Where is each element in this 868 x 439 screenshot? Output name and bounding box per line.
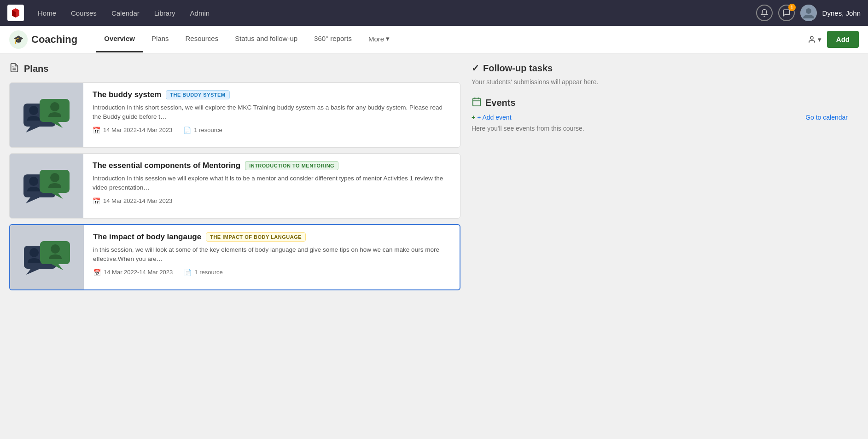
plan-title-row-buddy: The buddy system THE BUDDY SYSTEM [93,90,451,99]
top-nav-links: Home Courses Calendar Library Admin [31,6,216,21]
plan-title-body-language: The impact of body langauge [93,232,201,242]
user-filter-button[interactable]: ▾ [808,35,821,44]
followup-title: Follow-up tasks [483,63,553,74]
svg-rect-27 [473,98,481,106]
plans-icon [9,63,19,75]
plan-title-row-mentoring: The essential components of Mentoring IN… [93,161,451,170]
nav-admin[interactable]: Admin [184,6,216,21]
message-badge: 1 [788,4,796,11]
top-nav-right: 1 Dynes, John [756,5,861,21]
plans-title: Plans [24,64,48,74]
nav-library[interactable]: Library [148,6,182,21]
events-meta-row: + + Add event Go to calendar [472,114,848,121]
plan-meta-body-language: 📅 14 Mar 2022-14 Mar 2023 📄 1 resource [93,269,450,276]
events-empty-message: Here you'll see events from this course. [472,125,848,132]
user-avatar[interactable] [800,5,817,21]
right-panel: ✓ Follow-up tasks Your students' submiss… [460,63,859,296]
plan-desc-body-language: in this session, we will look at some of… [93,245,450,264]
plan-title-mentoring: The essential components of Mentoring [93,161,240,170]
plan-badge-buddy: THE BUDDY SYSTEM [166,90,229,99]
tab-360-reports[interactable]: 360° reports [306,26,360,52]
sub-nav-right: ▾ Add [808,31,859,48]
tab-resources[interactable]: Resources [177,26,227,52]
plan-title-row-body-language: The impact of body langauge THE IMPACT O… [93,232,450,242]
app-logo[interactable] [7,5,24,21]
plus-icon: + [472,114,475,121]
svg-point-26 [51,244,60,254]
plan-date-buddy: 📅 14 Mar 2022-14 Mar 2023 [93,127,172,134]
main-content: Plans [0,53,868,305]
add-event-link[interactable]: + + Add event [472,114,512,121]
events-section-title: Events [472,97,848,109]
svg-point-11 [29,106,38,115]
document-icon: 📄 [183,127,191,134]
messages-button[interactable]: 1 [778,5,795,21]
svg-point-19 [50,173,59,182]
calendar-icon: 📅 [93,197,100,205]
svg-point-25 [29,248,39,257]
calendar-icon: 📅 [93,127,100,134]
notifications-button[interactable] [756,5,773,21]
plan-image-body-language [10,225,84,289]
plan-title-buddy: The buddy system [93,90,161,99]
plan-resources-body-language: 📄 1 resource [184,269,222,276]
plan-image-buddy [10,83,83,147]
nav-home[interactable]: Home [31,6,63,21]
plan-body-mentoring: The essential components of Mentoring IN… [83,154,460,218]
checkmark-icon: ✓ [472,63,479,74]
tab-plans[interactable]: Plans [143,26,177,52]
section-title: Coaching [31,34,77,46]
section-icon: 🎓 [9,30,28,49]
user-name: Dynes, John [822,9,861,17]
tab-status-followup[interactable]: Status and follow-up [227,26,306,52]
plan-body-buddy: The buddy system THE BUDDY SYSTEM Introd… [83,83,460,147]
plans-panel: Plans [9,63,460,296]
plan-badge-body-language: THE IMPACT OF BODY LANGUAGE [206,232,306,242]
plan-body-body-language: The impact of body langauge THE IMPACT O… [84,225,460,289]
top-navigation: Home Courses Calendar Library Admin 1 Dy… [0,0,868,26]
plan-date-body-language: 📅 14 Mar 2022-14 Mar 2023 [93,269,173,276]
plan-badge-mentoring: INTRODUCTION TO MENTORING [245,161,338,170]
plan-desc-mentoring: Introduction In this session we will exp… [93,174,451,193]
plan-meta-mentoring: 📅 14 Mar 2022-14 Mar 2023 [93,197,451,205]
plan-card-mentoring[interactable]: The essential components of Mentoring IN… [9,153,460,219]
plan-image-mentoring [10,154,83,218]
svg-point-2 [806,8,811,14]
followup-empty: Your students' submissions will appear h… [472,78,848,86]
tab-overview[interactable]: Overview [96,26,143,52]
svg-point-18 [29,177,38,186]
plan-card-buddy[interactable]: The buddy system THE BUDDY SYSTEM Introd… [9,82,460,148]
plan-meta-buddy: 📅 14 Mar 2022-14 Mar 2023 📄 1 resource [93,127,451,134]
plan-card-body-language[interactable]: The impact of body langauge THE IMPACT O… [9,224,460,290]
document-icon: 📄 [184,269,192,276]
calendar-icon: 📅 [93,269,101,276]
chevron-down-icon: ▾ [818,35,821,44]
plan-resources-buddy: 📄 1 resource [183,127,222,134]
sub-nav-tabs: Overview Plans Resources Status and foll… [96,26,398,52]
add-button[interactable]: Add [827,31,859,48]
events-section: Events + + Add event Go to calendar Here… [472,97,848,132]
chevron-down-icon: ▾ [386,35,390,43]
svg-point-3 [810,36,813,39]
nav-calendar[interactable]: Calendar [105,6,146,21]
go-to-calendar-link[interactable]: Go to calendar [805,114,848,121]
tab-more[interactable]: More ▾ [360,26,398,52]
sub-navigation: 🎓 Coaching Overview Plans Resources Stat… [0,26,868,53]
events-title: Events [485,98,516,108]
svg-point-12 [50,102,59,111]
plan-desc-buddy: Introduction In this short session, we w… [93,103,451,122]
followup-section-title: ✓ Follow-up tasks [472,63,848,74]
plan-date-mentoring: 📅 14 Mar 2022-14 Mar 2023 [93,197,172,205]
nav-courses[interactable]: Courses [64,6,103,21]
plans-header: Plans [9,63,460,75]
events-calendar-icon [472,97,482,109]
